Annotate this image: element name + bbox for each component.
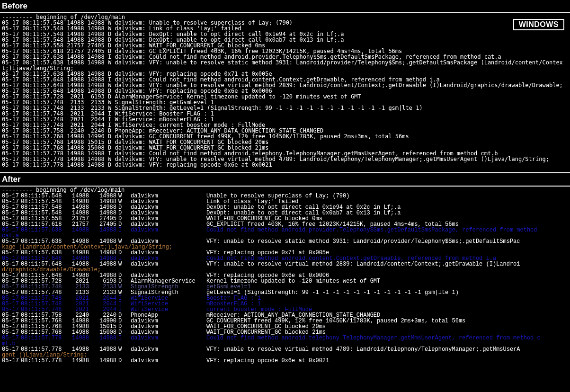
col-tid: 14988 bbox=[94, 335, 118, 341]
log-row[interactable]: 05-1708:11:57.7781498814988IdalvikvmCoul… bbox=[2, 335, 568, 341]
col-pid: 14988 bbox=[66, 227, 94, 233]
col-time: 08:11:57.778 bbox=[21, 335, 66, 341]
col-pid: 14988 bbox=[66, 335, 94, 341]
before-log[interactable]: --------- beginning of /dev/log/main 05-… bbox=[2, 14, 568, 168]
col-msg: Could not find method android.provider.T… bbox=[206, 227, 557, 233]
col-msg: VFY: unable to resolve virtual method 28… bbox=[206, 261, 557, 267]
after-log[interactable]: --------- beginning of /dev/log/main05-1… bbox=[2, 187, 568, 364]
col-pid: 14988 bbox=[66, 358, 94, 364]
col-tag: dalvikvm bbox=[131, 261, 206, 267]
col-level: I bbox=[118, 335, 131, 341]
col-tid: 14988 bbox=[94, 358, 118, 364]
col-tag: dalvikvm bbox=[131, 227, 206, 233]
col-level: I bbox=[118, 227, 131, 233]
before-title: Before bbox=[0, 0, 570, 12]
col-msg: Could not find method android.telephony.… bbox=[206, 335, 557, 341]
col-level: W bbox=[118, 261, 131, 267]
col-level: W bbox=[118, 347, 131, 352]
col-tag: dalvikvm bbox=[131, 358, 206, 364]
log-row[interactable]: 05-1708:11:57.6381498814988IdalvikvmCoul… bbox=[2, 227, 568, 233]
col-msg: VFY: unable to resolve virtual method 47… bbox=[206, 347, 557, 352]
col-date: 05-17 bbox=[2, 358, 21, 364]
windows-badge: WINDOWS bbox=[513, 19, 564, 30]
col-level: D bbox=[118, 358, 131, 364]
col-time: 08:11:57.638 bbox=[21, 227, 66, 233]
col-tid: 14988 bbox=[94, 227, 118, 233]
log-row[interactable]: 05-1708:11:57.7781498814988DdalvikvmVFY:… bbox=[2, 358, 568, 364]
col-tag: dalvikvm bbox=[131, 335, 206, 341]
after-title: After bbox=[0, 173, 570, 186]
after-panel: --------- beginning of /dev/log/main05-1… bbox=[0, 187, 570, 368]
col-time: 08:11:57.778 bbox=[21, 358, 66, 364]
col-tid: 14988 bbox=[94, 347, 118, 352]
col-msg: VFY: unable to resolve static method 393… bbox=[206, 239, 557, 244]
before-panel: WINDOWS --------- beginning of /dev/log/… bbox=[0, 13, 570, 172]
col-msg: VFY: replacing opcode 0x6e at 0x0021 bbox=[206, 358, 557, 364]
col-msg: Kernel timezone updated to -120 minutes … bbox=[206, 278, 557, 284]
col-tag: dalvikvm bbox=[131, 347, 206, 352]
